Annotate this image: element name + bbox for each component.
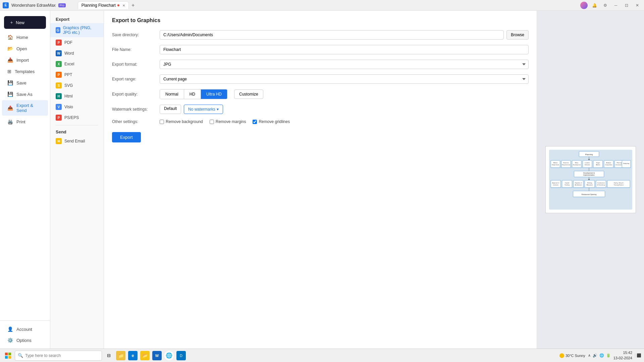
sidebar-item-import[interactable]: 📥 Import xyxy=(2,55,48,65)
dart-button[interactable]: D xyxy=(176,350,186,361)
other-settings-label: Other settings: xyxy=(112,119,156,124)
export-item-label-word: Word xyxy=(64,51,74,56)
file-explorer-button[interactable]: 📁 xyxy=(115,350,126,361)
save-icon: 💾 xyxy=(7,80,13,85)
svg-text:Working: Working xyxy=(587,182,592,184)
export-range-control: Current page All pages Selected objects xyxy=(160,74,529,84)
save-directory-label: Save directory: xyxy=(112,33,156,37)
save-directory-input[interactable] xyxy=(160,30,504,40)
export-item-ppt[interactable]: P PPT xyxy=(50,69,104,80)
sidebar-item-label-import: Import xyxy=(16,58,29,63)
sidebar-item-options[interactable]: ⚙️ Options xyxy=(2,335,48,346)
sidebar-item-open[interactable]: 📂 Open xyxy=(2,43,48,54)
export-button[interactable]: Export xyxy=(112,132,141,142)
chevron-icon[interactable]: ∧ xyxy=(588,353,591,358)
word-button[interactable]: W xyxy=(152,350,162,361)
show-desktop-button[interactable]: ⬛ xyxy=(635,353,641,358)
files-button[interactable]: 📂 xyxy=(140,350,150,361)
remove-background-label: Remove background xyxy=(166,119,203,124)
export-item-send-email[interactable]: ✉ Send Email xyxy=(50,136,104,146)
close-button[interactable]: ✕ xyxy=(633,1,641,9)
quality-normal-button[interactable]: Normal xyxy=(160,89,184,99)
remove-background-checkbox[interactable]: Remove background xyxy=(160,119,203,124)
restore-button[interactable]: ⊡ xyxy=(623,1,631,9)
svg-icon: S xyxy=(56,82,62,88)
export-item-word[interactable]: W Word xyxy=(50,48,104,59)
flowchart-preview: Planning Market Study Goals Business Req… xyxy=(549,149,632,210)
export-range-select[interactable]: Current page All pages Selected objects xyxy=(160,74,529,84)
export-item-pseps[interactable]: P PS/EPS xyxy=(50,112,104,123)
chrome-button[interactable]: 🌐 xyxy=(164,350,174,361)
svg-text:Restaurant Opening: Restaurant Opening xyxy=(581,194,596,195)
minimize-button[interactable]: ─ xyxy=(612,1,620,9)
tab-close-btn[interactable]: ✕ xyxy=(122,4,125,7)
export-item-html[interactable]: H Html xyxy=(50,91,104,102)
remove-margins-input[interactable] xyxy=(210,120,214,124)
svg-text:Target: Target xyxy=(596,162,600,164)
sidebar-item-templates[interactable]: ⊞ Templates xyxy=(2,66,48,77)
export-item-visio[interactable]: V Visio xyxy=(50,102,104,112)
sidebar-item-account[interactable]: 👤 Account xyxy=(2,324,48,335)
email-icon: ✉ xyxy=(56,138,62,144)
export-item-svg[interactable]: S SVG xyxy=(50,80,104,91)
sidebar-item-label-save-as: Save As xyxy=(16,92,33,97)
export-section-title: Export xyxy=(50,15,104,23)
file-name-input[interactable] xyxy=(160,45,529,54)
new-button[interactable]: ＋ New xyxy=(4,16,46,29)
tab-planning-flowchart[interactable]: Planning Flowchart ✕ xyxy=(78,1,129,9)
taskbar-search[interactable]: 🔍 xyxy=(15,351,102,361)
quality-hd-button[interactable]: HD xyxy=(184,89,201,99)
svg-text:Selection: Selection xyxy=(584,164,590,166)
watermark-no-watermarks[interactable]: No watermarks ▾ xyxy=(184,105,223,114)
task-view-button[interactable]: ⊟ xyxy=(103,350,114,361)
start-button[interactable] xyxy=(3,350,13,361)
taskbar-search-input[interactable] xyxy=(25,353,99,358)
export-item-label-pseps: PS/EPS xyxy=(64,115,79,120)
sidebar-item-export-send[interactable]: 📤 Export & Send xyxy=(2,100,48,116)
export-format-select[interactable]: JPG PNG BMP TIFF SVG xyxy=(160,60,529,69)
sidebar-item-home[interactable]: 🏠 Home xyxy=(2,32,48,43)
title-bar-left: E Wondershare EdrawMax Pro Planning Flow… xyxy=(3,1,135,9)
export-sidebar: Export G Graphics (PNG, JPG etc.) P PDF … xyxy=(50,11,104,349)
remove-background-input[interactable] xyxy=(160,120,164,124)
sidebar-item-save[interactable]: 💾 Save xyxy=(2,77,48,88)
export-item-excel[interactable]: X Excel xyxy=(50,59,104,69)
export-quality-control: Normal HD Ultra HD Customize xyxy=(160,89,529,99)
browse-button[interactable]: Browse xyxy=(506,30,529,40)
sidebar-item-print[interactable]: 🖨️ Print xyxy=(2,116,48,127)
tab-modified-dot xyxy=(117,4,119,6)
export-item-graphics[interactable]: G Graphics (PNG, JPG etc.) xyxy=(50,23,104,37)
taskbar: 🔍 ⊟ 📁 e 📂 W 🌐 D 3 xyxy=(0,349,644,362)
speaker-icon[interactable]: 🔊 xyxy=(593,353,597,358)
remove-gridlines-checkbox[interactable]: Remove gridlines xyxy=(253,119,290,124)
sidebar-item-label-account: Account xyxy=(16,327,32,332)
taskbar-time[interactable]: 15:42 13-02-2024 xyxy=(613,350,632,361)
add-tab-button[interactable]: + xyxy=(131,2,135,8)
customize-button[interactable]: Customize xyxy=(234,89,263,99)
export-item-label-pdf: PDF xyxy=(64,40,72,45)
watermark-default: Default xyxy=(160,105,181,114)
save-directory-control: Browse xyxy=(160,30,529,40)
svg-text:Training Division: Training Division xyxy=(613,184,623,186)
quality-ultra-hd-button[interactable]: Ultra HD xyxy=(201,89,227,99)
sidebar-item-save-as[interactable]: 💾 Save As xyxy=(2,89,48,100)
sidebar-item-label-print: Print xyxy=(16,119,25,124)
sidebar: ＋ New 🏠 Home 📂 Open 📥 Import ⊞ Templates… xyxy=(0,11,50,349)
svg-text:Location: Location xyxy=(585,162,590,164)
export-format-row: Export format: JPG PNG BMP TIFF SVG xyxy=(112,60,529,69)
battery-icon[interactable]: 🔋 xyxy=(606,353,611,358)
settings-icon[interactable]: ⚙ xyxy=(601,1,609,9)
remove-margins-checkbox[interactable]: Remove margins xyxy=(210,119,246,124)
edge-button[interactable]: e xyxy=(127,350,138,361)
export-item-pdf[interactable]: P PDF xyxy=(50,37,104,48)
remove-gridlines-input[interactable] xyxy=(253,120,257,124)
notification-icon[interactable]: 🔔 xyxy=(590,1,598,9)
svg-text:Construction: Construction xyxy=(597,182,604,184)
word-icon: W xyxy=(152,351,162,360)
export-item-label-visio: Visio xyxy=(64,105,73,109)
svg-text:Requirements: Requirements xyxy=(562,164,570,166)
network-icon[interactable]: 🌐 xyxy=(599,353,604,358)
svg-text:Approval of: Approval of xyxy=(552,182,559,184)
svg-text:Deploy, Setup &: Deploy, Setup & xyxy=(614,182,624,184)
export-item-label-excel: Excel xyxy=(64,62,74,66)
